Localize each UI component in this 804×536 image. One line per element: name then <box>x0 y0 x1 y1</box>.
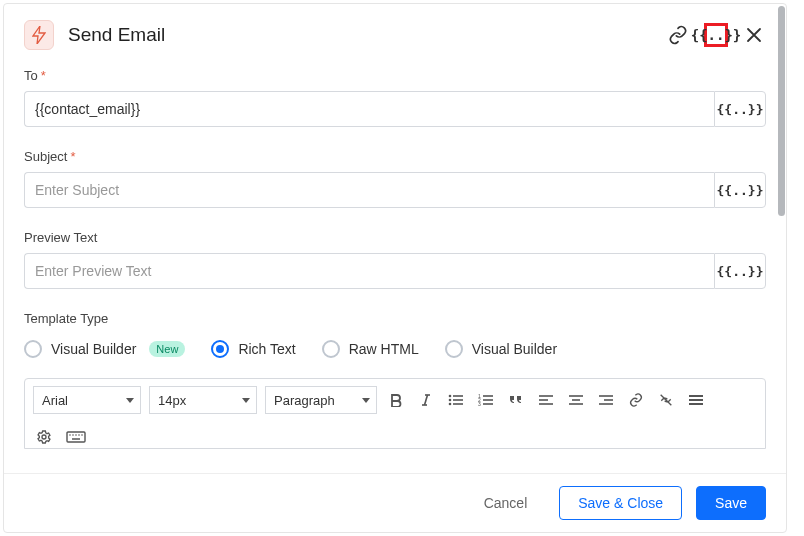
subject-input[interactable] <box>24 172 714 208</box>
save-button[interactable]: Save <box>696 486 766 520</box>
template-type-options: Visual Builder New Rich Text Raw HTML Vi… <box>24 340 766 358</box>
to-token-button[interactable]: {{..}} <box>714 91 766 127</box>
save-close-button[interactable]: Save & Close <box>559 486 682 520</box>
radio-visual-builder[interactable]: Visual Builder <box>445 340 557 358</box>
radio-raw-html[interactable]: Raw HTML <box>322 340 419 358</box>
preview-input[interactable] <box>24 253 714 289</box>
unordered-list-icon[interactable] <box>445 389 467 411</box>
modal-body: To* {{..}} Subject* {{..}} Preview Text <box>4 60 786 473</box>
field-subject-label: Subject* <box>24 149 766 164</box>
svg-point-31 <box>72 434 74 436</box>
svg-rect-29 <box>67 432 85 442</box>
to-input[interactable] <box>24 91 714 127</box>
svg-point-4 <box>449 399 452 402</box>
align-left-icon[interactable] <box>535 389 557 411</box>
field-to-label: To* <box>24 68 766 83</box>
radio-rich-text[interactable]: Rich Text <box>211 340 295 358</box>
header-actions: {{..}} <box>666 23 766 47</box>
field-template-type: Template Type Visual Builder New Rich Te… <box>24 311 766 358</box>
send-email-modal: Send Email {{..}} To* {{..}} <box>3 3 787 533</box>
radio-label: Visual Builder <box>472 341 557 357</box>
align-right-icon[interactable] <box>595 389 617 411</box>
radio-label: Rich Text <box>238 341 295 357</box>
field-to: To* {{..}} <box>24 68 766 127</box>
radio-dot-icon <box>216 345 224 353</box>
italic-icon[interactable] <box>415 389 437 411</box>
bold-icon[interactable] <box>385 389 407 411</box>
radio-label: Visual Builder <box>51 341 136 357</box>
lightning-icon <box>24 20 54 50</box>
svg-point-33 <box>78 434 80 436</box>
scrollbar-track[interactable] <box>777 4 786 532</box>
radio-circle-icon <box>211 340 229 358</box>
font-family-select[interactable]: Arial <box>33 386 141 414</box>
close-icon[interactable] <box>742 23 766 47</box>
unlink-icon[interactable] <box>655 389 677 411</box>
svg-point-34 <box>81 434 83 436</box>
more-format-icon[interactable] <box>685 389 707 411</box>
svg-text:3: 3 <box>478 401 481 407</box>
radio-circle-icon <box>445 340 463 358</box>
field-template-type-label: Template Type <box>24 311 766 326</box>
radio-label: Raw HTML <box>349 341 419 357</box>
svg-point-28 <box>42 435 46 439</box>
svg-point-3 <box>449 395 452 398</box>
svg-point-5 <box>449 403 452 406</box>
insert-link-icon[interactable] <box>625 389 647 411</box>
svg-point-30 <box>69 434 71 436</box>
subject-token-button[interactable]: {{..}} <box>714 172 766 208</box>
align-center-icon[interactable] <box>565 389 587 411</box>
radio-visual-builder-new[interactable]: Visual Builder New <box>24 340 185 358</box>
ordered-list-icon[interactable]: 123 <box>475 389 497 411</box>
svg-line-2 <box>425 395 428 405</box>
modal-title: Send Email <box>68 24 666 46</box>
link-icon[interactable] <box>666 23 690 47</box>
cancel-button[interactable]: Cancel <box>466 487 546 519</box>
block-format-select[interactable]: Paragraph <box>265 386 377 414</box>
field-subject: Subject* {{..}} <box>24 149 766 208</box>
modal-header: Send Email {{..}} <box>4 4 786 60</box>
token-picker-header-button[interactable]: {{..}} <box>704 23 728 47</box>
rich-text-toolbar: Arial 14px Paragraph 123 <box>24 378 766 449</box>
modal-footer: Cancel Save & Close Save <box>4 473 786 532</box>
font-size-select[interactable]: 14px <box>149 386 257 414</box>
settings-gear-icon[interactable] <box>33 426 55 448</box>
scrollbar-thumb[interactable] <box>778 6 785 216</box>
field-preview: Preview Text {{..}} <box>24 230 766 289</box>
radio-circle-icon <box>322 340 340 358</box>
field-preview-label: Preview Text <box>24 230 766 245</box>
radio-circle-icon <box>24 340 42 358</box>
blockquote-icon[interactable] <box>505 389 527 411</box>
keyboard-icon[interactable] <box>65 426 87 448</box>
preview-token-button[interactable]: {{..}} <box>714 253 766 289</box>
new-badge: New <box>149 341 185 357</box>
svg-point-32 <box>75 434 77 436</box>
